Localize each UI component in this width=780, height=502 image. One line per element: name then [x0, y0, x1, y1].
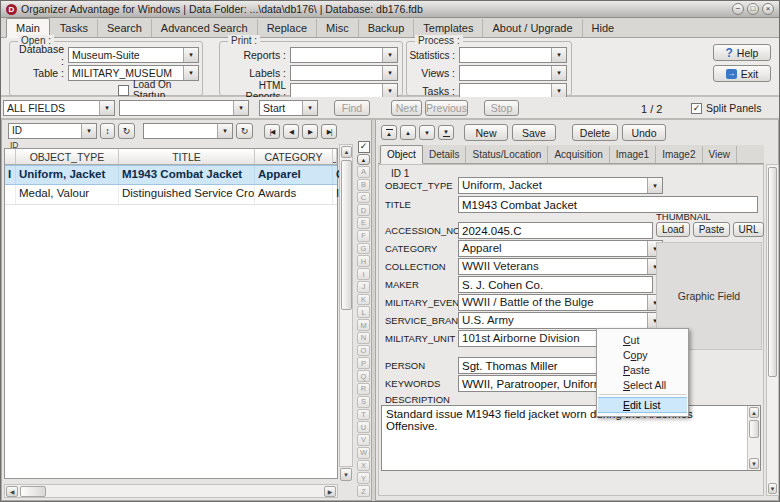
- chevron-down-icon[interactable]: ▾: [302, 101, 317, 115]
- alphabet-letter[interactable]: B: [357, 179, 370, 191]
- alphabet-letter[interactable]: S: [357, 396, 370, 408]
- object-type-combo[interactable]: Uniform, Jacket ▾: [458, 177, 663, 194]
- next-button[interactable]: Next: [391, 100, 422, 116]
- menu-item-cut[interactable]: Cut: [597, 332, 688, 347]
- scroll-thumb[interactable]: [749, 420, 759, 438]
- tab-details[interactable]: Details: [423, 146, 467, 163]
- tab-backup[interactable]: Backup: [359, 19, 415, 37]
- alphabet-scroll-up-button[interactable]: ▲: [357, 154, 370, 165]
- column-header-marker[interactable]: [5, 149, 16, 164]
- description-input[interactable]: Standard issue M1943 field jacket worn d…: [383, 407, 746, 469]
- tab-about-upgrade[interactable]: About / Upgrade: [483, 19, 582, 37]
- scroll-thumb[interactable]: [768, 167, 777, 377]
- alphabet-letter[interactable]: Q: [357, 370, 370, 382]
- alphabet-letter[interactable]: I: [357, 268, 370, 280]
- column-header-object-type[interactable]: OBJECT_TYPE: [16, 149, 119, 164]
- tab-object[interactable]: Object: [380, 145, 423, 164]
- split-panels-toggle[interactable]: Split Panels: [691, 102, 761, 114]
- database-combo[interactable]: Museum-Suite ▾: [68, 47, 199, 63]
- table-row[interactable]: I Uniform, Jacket M1943 Combat Jacket Ap…: [5, 165, 337, 185]
- table-vertical-scrollbar[interactable]: ▲: [339, 144, 353, 467]
- alphabet-letter[interactable]: M: [357, 319, 370, 331]
- menu-item-paste[interactable]: Paste: [597, 362, 688, 377]
- alphabet-letter[interactable]: R: [357, 383, 370, 395]
- labels-combo[interactable]: ▾: [290, 65, 398, 81]
- category-combo[interactable]: Apparel ▾: [458, 240, 663, 257]
- tab-acquisition[interactable]: Acquisition: [548, 146, 609, 163]
- service-branch-combo[interactable]: U.S. Army ▾: [458, 312, 663, 329]
- views-combo[interactable]: ▾: [459, 65, 567, 81]
- scroll-up-button[interactable]: ▲: [749, 407, 759, 418]
- refresh-button[interactable]: ↻: [118, 123, 135, 139]
- alphabet-letter[interactable]: A: [357, 166, 370, 178]
- alphabet-letter[interactable]: X: [357, 460, 370, 472]
- sort-field-combo[interactable]: ID ▾: [8, 123, 97, 139]
- undo-button[interactable]: Undo: [622, 124, 666, 141]
- exit-button[interactable]: → Exit: [713, 65, 771, 82]
- search-field-scope-combo[interactable]: ALL FIELDS ▾: [3, 100, 115, 116]
- alphabet-letter[interactable]: V: [357, 434, 370, 446]
- save-button[interactable]: Save: [512, 124, 556, 141]
- filter-refresh-button[interactable]: ↻: [236, 123, 253, 139]
- alphabet-letter[interactable]: L: [357, 306, 370, 318]
- next-record-button[interactable]: ▼: [419, 125, 435, 140]
- title-input[interactable]: [458, 196, 758, 213]
- tab-image1[interactable]: Image1: [610, 146, 656, 163]
- chevron-down-icon[interactable]: ▾: [217, 124, 232, 138]
- search-mode-combo[interactable]: Start ▾: [259, 100, 318, 116]
- menu-item-edit-list[interactable]: Edit List: [598, 397, 687, 413]
- chevron-down-icon[interactable]: ▾: [183, 48, 198, 62]
- military-event-combo[interactable]: WWII / Battle of the Bulge ▾: [458, 294, 663, 311]
- chevron-down-icon[interactable]: ▾: [382, 66, 397, 80]
- statistics-combo[interactable]: ▾: [459, 47, 567, 63]
- close-button[interactable]: ×: [762, 3, 774, 15]
- table-horizontal-scrollbar[interactable]: ◀ ▶: [4, 484, 338, 498]
- sort-direction-button[interactable]: ↕: [100, 123, 115, 139]
- tab-misc[interactable]: Misc: [317, 19, 359, 37]
- chevron-down-icon[interactable]: ▾: [551, 84, 566, 98]
- delete-button[interactable]: Delete: [572, 124, 618, 141]
- tab-replace[interactable]: Replace: [258, 19, 317, 37]
- alphabet-letter[interactable]: D: [357, 204, 370, 216]
- maker-input[interactable]: [458, 276, 653, 293]
- previous-button[interactable]: Previous: [425, 100, 468, 116]
- help-button[interactable]: ? Help: [713, 44, 771, 61]
- chevron-down-icon[interactable]: ▾: [183, 66, 198, 80]
- menu-item-copy[interactable]: Copy: [597, 347, 688, 362]
- alphabet-letter[interactable]: K: [357, 294, 370, 306]
- load-on-startup-checkbox[interactable]: [118, 85, 129, 96]
- chevron-down-icon[interactable]: ▾: [551, 48, 566, 62]
- alphabet-letter[interactable]: P: [357, 357, 370, 369]
- first-record-button[interactable]: ▲: [381, 125, 397, 140]
- accession-no-input[interactable]: [458, 222, 653, 239]
- thumbnail-load-button[interactable]: Load: [656, 222, 690, 237]
- first-record-button[interactable]: |◀: [264, 124, 280, 139]
- form-vertical-scrollbar[interactable]: ▼: [766, 164, 779, 496]
- alphabet-letter[interactable]: E: [357, 217, 370, 229]
- collection-combo[interactable]: WWII Veterans ▾: [458, 258, 663, 275]
- alphabet-letter[interactable]: J: [357, 281, 370, 293]
- stop-button[interactable]: Stop: [484, 100, 519, 116]
- alphabet-letter[interactable]: Y: [357, 472, 370, 484]
- alphabet-letter[interactable]: O: [357, 345, 370, 357]
- alphabet-letter[interactable]: T: [357, 409, 370, 421]
- chevron-down-icon[interactable]: ▾: [382, 48, 397, 62]
- find-button[interactable]: Find: [334, 100, 370, 116]
- tab-tasks[interactable]: Tasks: [51, 19, 98, 37]
- thumbnail-url-button[interactable]: URL: [733, 222, 764, 237]
- next-record-button[interactable]: ▶: [302, 124, 318, 139]
- alphabet-letter[interactable]: N: [357, 332, 370, 344]
- scroll-left-button[interactable]: ◀: [6, 486, 18, 497]
- tab-hide[interactable]: Hide: [583, 19, 624, 37]
- alphabet-letter[interactable]: F: [357, 230, 370, 242]
- previous-record-button[interactable]: ◀: [283, 124, 299, 139]
- split-panels-checkbox[interactable]: [691, 103, 702, 114]
- last-record-button[interactable]: ▶|: [321, 124, 337, 139]
- scroll-up-button[interactable]: ▲: [341, 146, 352, 158]
- last-record-button[interactable]: ▼: [438, 125, 454, 140]
- alphabet-letter[interactable]: C: [357, 192, 370, 204]
- scroll-down-button[interactable]: ▼: [340, 468, 352, 481]
- maximize-button[interactable]: □: [747, 3, 759, 15]
- alphabet-letter[interactable]: H: [357, 255, 370, 267]
- menu-item-select-all[interactable]: Select All: [597, 377, 688, 392]
